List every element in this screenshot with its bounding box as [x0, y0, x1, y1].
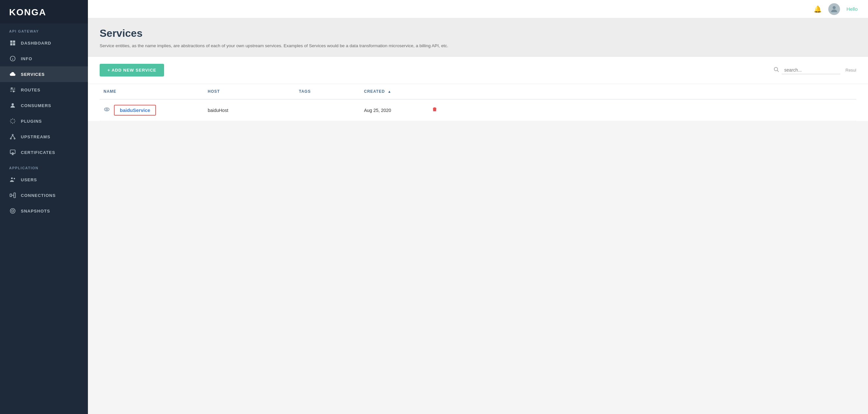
service-actions-cell	[425, 99, 856, 121]
page-header: Services Service entities, as the name i…	[88, 18, 868, 57]
svg-rect-2	[10, 43, 13, 45]
svg-line-14	[13, 135, 14, 138]
service-name-cell: baiduService	[100, 99, 204, 121]
svg-point-20	[14, 178, 15, 179]
sidebar-item-consumers-label: CONSUMERS	[21, 103, 52, 108]
sidebar-item-info[interactable]: INFO	[0, 51, 88, 66]
svg-rect-0	[10, 41, 13, 43]
routes-icon	[9, 86, 16, 93]
delete-service-button[interactable]	[429, 105, 440, 115]
page-title: Services	[100, 27, 856, 39]
brand-logo: KONGA	[0, 0, 88, 24]
sidebar-item-services[interactable]: SERVICES	[0, 66, 88, 82]
connections-icon	[9, 192, 16, 199]
search-icon	[773, 66, 779, 74]
page-description: Service entities, as the name implies, a…	[100, 43, 458, 49]
sidebar-item-routes-label: ROUTES	[21, 88, 40, 92]
svg-rect-22	[14, 193, 15, 198]
sidebar-item-connections-label: CONNECTIONS	[21, 193, 56, 198]
sidebar-item-snapshots[interactable]: SNAPSHOTS	[0, 203, 88, 219]
sidebar-item-info-label: INFO	[21, 56, 32, 61]
sidebar-item-certificates[interactable]: CERTIFICATES	[0, 145, 88, 160]
sidebar-item-routes[interactable]: ROUTES	[0, 82, 88, 98]
svg-point-30	[106, 109, 108, 110]
service-host-cell: baiduHost	[204, 99, 295, 121]
sidebar-item-plugins-label: PLUGINS	[21, 119, 42, 124]
content-area: Services Service entities, as the name i…	[88, 18, 868, 414]
svg-point-27	[774, 67, 778, 71]
dashboard-icon	[9, 39, 16, 46]
sidebar-item-consumers[interactable]: CONSUMERS	[0, 98, 88, 113]
main-content: 🔔 Hello Services Service entities, as th…	[88, 0, 868, 414]
svg-point-8	[13, 91, 14, 92]
col-header-tags[interactable]: TAGS	[295, 84, 360, 99]
service-name-link[interactable]: baiduService	[114, 105, 156, 116]
svg-point-25	[12, 210, 14, 212]
services-table: NAME HOST TAGS CREATED ▲	[100, 84, 856, 121]
search-area: Resul	[773, 66, 856, 74]
consumers-icon	[9, 102, 16, 109]
svg-point-12	[14, 138, 15, 139]
services-table-container: NAME HOST TAGS CREATED ▲	[88, 84, 868, 121]
users-icon	[9, 176, 16, 183]
col-header-actions	[425, 84, 856, 99]
upstreams-icon	[9, 133, 16, 140]
sidebar-section-api-gateway: API GATEWAY	[0, 24, 88, 35]
sidebar-item-dashboard-label: DASHBOARD	[21, 41, 52, 45]
table-row: baiduService baiduHost Aug 25, 2020	[100, 99, 856, 121]
svg-point-11	[10, 138, 11, 139]
hello-label: Hello	[846, 6, 858, 12]
svg-rect-3	[13, 43, 15, 45]
search-input[interactable]	[782, 66, 840, 74]
info-icon	[9, 55, 16, 62]
svg-rect-1	[13, 41, 15, 43]
svg-point-9	[12, 103, 14, 105]
sidebar-item-services-label: SERVICES	[21, 72, 45, 77]
service-tags-cell	[295, 99, 360, 121]
sort-asc-icon: ▲	[388, 90, 391, 93]
results-label: Resul	[845, 68, 856, 72]
sidebar-item-dashboard[interactable]: DASHBOARD	[0, 35, 88, 51]
svg-point-19	[11, 178, 13, 179]
svg-rect-21	[10, 194, 12, 197]
certificates-icon	[9, 149, 16, 156]
add-new-service-button[interactable]: + ADD NEW SERVICE	[100, 64, 164, 76]
col-header-name[interactable]: NAME	[100, 84, 204, 99]
sidebar-item-users-label: USERS	[21, 178, 37, 182]
col-header-host[interactable]: HOST	[204, 84, 295, 99]
sidebar-item-certificates-label: CERTIFICATES	[21, 150, 55, 155]
sidebar-item-plugins[interactable]: PLUGINS	[0, 113, 88, 129]
service-created-cell: Aug 25, 2020	[360, 99, 425, 121]
plugins-icon	[9, 118, 16, 125]
sidebar-item-connections[interactable]: CONNECTIONS	[0, 188, 88, 203]
snapshots-icon	[9, 207, 16, 215]
svg-point-24	[10, 209, 15, 214]
svg-point-29	[104, 108, 110, 111]
svg-point-10	[12, 134, 13, 135]
notifications-bell-icon[interactable]: 🔔	[814, 5, 822, 13]
svg-line-13	[11, 135, 13, 138]
sidebar-section-application: APPLICATION	[0, 160, 88, 172]
sidebar: KONGA API GATEWAY DASHBOARD INFO SERVICE…	[0, 0, 88, 414]
sidebar-item-users[interactable]: USERS	[0, 172, 88, 188]
view-icon[interactable]	[103, 106, 110, 114]
sidebar-item-upstreams[interactable]: UPSTREAMS	[0, 129, 88, 145]
sidebar-item-snapshots-label: SNAPSHOTS	[21, 209, 50, 214]
svg-rect-15	[10, 150, 15, 154]
topbar: 🔔 Hello	[88, 0, 868, 18]
toolbar: + ADD NEW SERVICE Resul	[88, 57, 868, 84]
sidebar-item-upstreams-label: UPSTREAMS	[21, 134, 51, 139]
avatar[interactable]	[828, 3, 840, 15]
svg-point-7	[11, 88, 12, 89]
svg-point-26	[833, 6, 835, 9]
svg-line-28	[777, 71, 778, 72]
col-header-created[interactable]: CREATED ▲	[360, 84, 425, 99]
cloud-icon	[9, 71, 16, 78]
